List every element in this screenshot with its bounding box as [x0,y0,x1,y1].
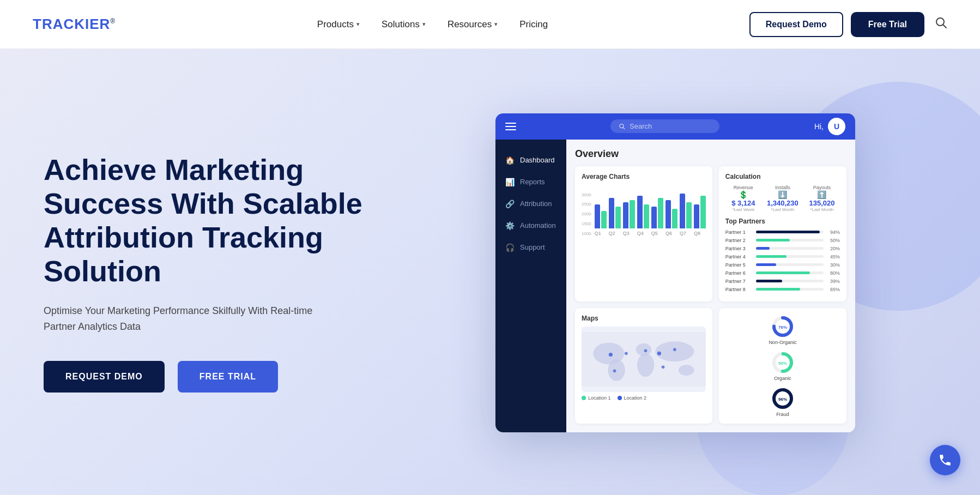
donut-label-fraud: Fraud [776,412,789,417]
stats-grid: Revenue 💲 $ 3,124 *Last Week Installs ⬇️… [725,185,840,212]
chart-y-axis: 3000 2500 2000 1500 1000 [582,192,591,236]
legend-location2: Location 2 [618,395,647,401]
bar-green [630,200,635,228]
payouts-period: *Last Month [804,207,840,212]
payouts-value: 135,020 [804,199,840,207]
legend-location1: Location 1 [582,395,611,401]
bar-group [609,198,621,228]
bar-blue [666,200,671,228]
svg-text:50%: 50% [778,361,787,366]
bar-group [694,196,706,228]
svg-point-12 [625,352,628,355]
x-label: Q8 [694,231,700,236]
svg-point-15 [673,348,676,351]
bar-green [672,209,677,228]
top-partners-section: Top Partners Partner 1 94% Partner 2 [725,218,840,292]
nav-solutions-link[interactable]: Solutions ▾ [382,19,426,30]
bar-green [615,207,621,228]
svg-text:96%: 96% [778,397,787,402]
dashboard-grid: Average Charts 3000 2500 2000 1500 1000 [575,166,846,424]
logo[interactable]: TRACKIER® [33,16,116,33]
overview-title: Overview [575,148,846,160]
chevron-down-icon: ▾ [356,21,360,28]
nav-products[interactable]: Products ▾ [317,19,360,30]
svg-point-10 [679,364,694,375]
world-map-svg [582,327,706,392]
nav-pricing-link[interactable]: Pricing [519,19,548,30]
nav-resources-label: Resources [447,19,492,30]
bar-group [595,204,607,228]
revenue-period: *Last Week [725,207,761,212]
avg-charts-title: Average Charts [582,173,706,180]
bar-green [601,211,607,228]
x-label: Q6 [666,231,672,236]
y-label: 1500 [582,221,591,226]
bar-blue [651,207,657,228]
bar-group [651,198,663,228]
reports-icon: 📊 [505,178,515,186]
phone-fab-button[interactable] [930,445,960,475]
partners-list: Partner 1 94% Partner 2 50% [725,230,840,292]
chart-bars [595,185,706,228]
bar-blue [637,196,643,228]
payouts-label: Payouts [804,185,840,190]
svg-point-6 [608,359,625,381]
sidebar-item-reports[interactable]: 📊 Reports [495,172,566,192]
menu-line [505,129,516,130]
x-label: Q1 [595,231,601,236]
nav-products-link[interactable]: Products ▾ [317,19,360,30]
nav-solutions[interactable]: Solutions ▾ [382,19,426,30]
user-greeting: Hi, [814,122,824,131]
donut-chart-organic: 50% [771,351,795,375]
chevron-down-icon: ▾ [422,21,426,28]
donut-label-organic: Organic [774,376,791,381]
bar-green [700,196,706,228]
dashboard-sidebar: 🏠 Dashboard 📊 Reports 🔗 Attribution ⚙️ A… [495,140,566,432]
donut-label-non-organic: Non-Organic [769,340,796,345]
x-label: Q2 [609,231,615,236]
hero-free-trial-button[interactable]: FREE TRIAL [178,361,278,393]
nav-resources[interactable]: Resources ▾ [447,19,498,30]
nav-links: Products ▾ Solutions ▾ Resources ▾ Prici… [317,19,548,30]
list-item: Partner 7 39% [725,279,840,284]
sidebar-item-automation[interactable]: ⚙️ Automation [495,216,566,236]
menu-line [505,123,516,124]
list-item: Partner 2 50% [725,238,840,243]
list-item: Partner 8 65% [725,287,840,292]
donut-non-organic: 76% Non-Organic [769,315,796,345]
x-label: Q4 [637,231,644,236]
svg-point-9 [655,341,694,361]
nav-products-label: Products [317,19,354,30]
revenue-label: Revenue [725,185,761,190]
topbar-user: Hi, U [814,118,845,135]
topbar-search-input[interactable] [630,122,711,130]
calculation-title: Calculation [725,173,840,180]
request-demo-button[interactable]: Request Demo [749,12,843,37]
dashboard-main: Overview Average Charts 3000 2500 2000 1… [566,140,855,432]
search-icon [619,123,625,130]
x-label: Q5 [651,231,658,236]
bar-blue [694,204,699,228]
hero-content: Achieve Marketing Success With Scalable … [44,153,403,393]
svg-point-16 [662,365,665,369]
avatar: U [828,118,845,135]
nav-pricing[interactable]: Pricing [519,19,548,30]
hero-subtitle: Optimise Your Marketing Performance Skil… [44,303,338,335]
list-item: Partner 3 20% [725,246,840,251]
svg-text:76%: 76% [778,325,787,330]
nav-resources-link[interactable]: Resources ▾ [447,19,498,30]
free-trial-button[interactable]: Free Trial [851,12,924,37]
sidebar-item-support[interactable]: 🎧 Support [495,238,566,257]
download-icon: ⬇️ [765,190,801,199]
search-button[interactable] [935,17,947,32]
sidebar-item-attribution[interactable]: 🔗 Attribution [495,194,566,214]
chevron-down-icon: ▾ [494,21,498,28]
logo-text: TRACKIER [33,16,110,32]
dashboard-topbar: Hi, U [495,113,855,140]
bar-green [658,198,663,228]
sidebar-item-dashboard[interactable]: 🏠 Dashboard [495,150,566,170]
hamburger-menu-icon[interactable] [505,123,516,130]
hero-buttons: REQUEST DEMO FREE TRIAL [44,361,403,393]
installs-value: 1,340,230 [765,199,801,207]
hero-request-demo-button[interactable]: REQUEST DEMO [44,361,165,393]
